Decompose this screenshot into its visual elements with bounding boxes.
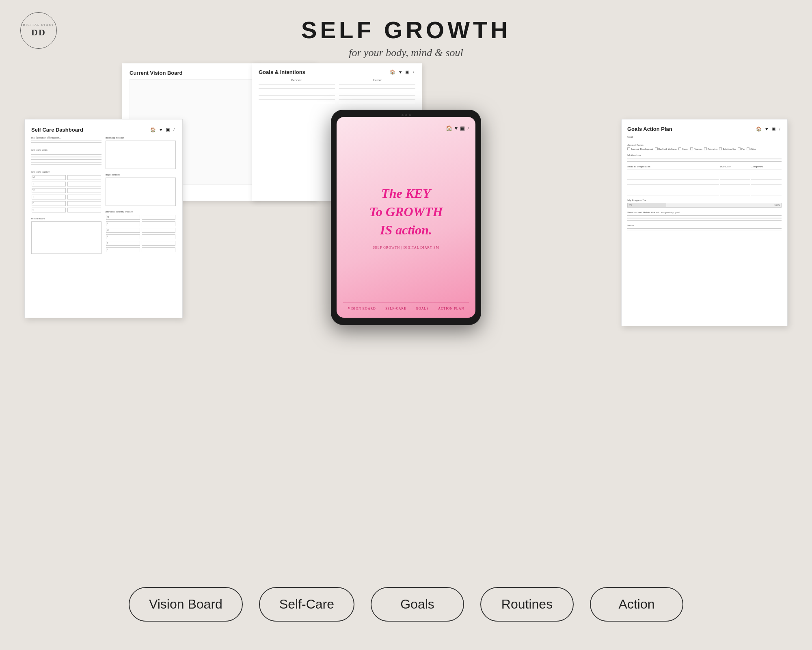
gap-progress-start: 0%	[629, 204, 632, 206]
gap-road-header: Road to Progression Due Date Completed	[627, 165, 782, 169]
sc-steps-label: self-care steps	[31, 148, 102, 152]
gap-road-row-3	[627, 181, 782, 185]
tablet-dot-3	[409, 114, 411, 116]
gap-motivations-label: Motivations	[627, 154, 782, 157]
sc-affirmation: my favourite affirmation...	[31, 136, 102, 144]
gap-road-row-2	[627, 176, 782, 180]
tablet-nav[interactable]: VISION BOARD SELF-CARE GOALS ACTION PLAN	[343, 302, 469, 310]
gi-career-title: Career	[339, 78, 415, 82]
gap-road-row-4	[627, 186, 782, 190]
gap-area-label: Area of Focus	[627, 143, 782, 147]
gap-progress-section: My Progress Bar 0% 100%	[627, 199, 782, 208]
sc-night-label: night routine	[106, 173, 176, 176]
tablet-nav-selfcare[interactable]: SELF-CARE	[385, 307, 406, 310]
sc-left-col: my favourite affirmation... self-care st…	[31, 136, 102, 258]
gap-cb-education: Education	[704, 147, 717, 150]
gap-cb-finances: Finances	[690, 147, 702, 150]
doc-icon: ▣	[460, 125, 465, 132]
pill-routines[interactable]: Routines	[480, 587, 574, 622]
card-self-care: Self Care Dashboard 🏠 ♥ ▣ / my favourite…	[24, 119, 183, 318]
sc-steps: self-care steps	[31, 148, 102, 166]
pill-self-care[interactable]: Self-Care	[259, 587, 354, 622]
tablet-nav-goals[interactable]: GOALS	[416, 307, 429, 310]
gap-progress-bar: 0% 100%	[627, 203, 782, 208]
card-self-care-icons: 🏠 ♥ ▣ /	[150, 127, 176, 132]
home-icon: 🏠	[446, 125, 452, 132]
pill-vision-board[interactable]: Vision Board	[129, 587, 243, 622]
gap-routines-label: Routines and Habits that will support my…	[627, 211, 782, 214]
gap-cb-relationships: Relationships	[719, 147, 736, 150]
gap-notes-section: Notes	[627, 224, 782, 230]
tablet-device: 🏠 ♥ ▣ / The KEY To GROWTH IS action. SEL…	[331, 110, 481, 325]
gap-goal-label: Goal	[627, 135, 782, 139]
card-goals-intentions-icons: 🏠 ♥ ▣ /	[390, 69, 415, 75]
sc-mood-board: mood board	[31, 217, 102, 254]
card-goals-action: Goals Action Plan 🏠 ♥ ▣ / Goal Area of F…	[621, 119, 788, 326]
gap-cb-other: Other	[747, 147, 756, 150]
pills-row: Vision Board Self-Care Goals Routines Ac…	[0, 587, 812, 622]
gi-personal-title: Personal	[259, 78, 335, 82]
sc-physical: physical activity tracker M T W T F S	[106, 210, 176, 253]
sc-morning-label: morning routine	[106, 136, 176, 139]
tablet-quote: The KEY To GROWTH IS action. SELF GROWTH…	[369, 132, 443, 302]
page-header: SELF GROWTH for your body, mind & soul	[0, 16, 812, 59]
gap-notes-label: Notes	[627, 224, 782, 227]
sc-right-col: morning routine night routine physical a…	[106, 136, 176, 258]
gap-routines-section: Routines and Habits that will support my…	[627, 211, 782, 221]
tablet-screen-icons: 🏠 ♥ ▣ /	[343, 125, 469, 132]
gap-checkboxes: Personal Development Health & Wellness C…	[627, 147, 782, 150]
sc-tracker: self-care tracker M T W T F S	[31, 170, 102, 213]
gap-cb-personal: Personal Development	[627, 147, 653, 150]
sc-morning: morning routine	[106, 136, 176, 169]
page-subtitle: for your body, mind & soul	[0, 47, 812, 59]
tablet-dot-2	[405, 114, 407, 116]
sc-night: night routine	[106, 173, 176, 206]
gap-cb-career: Career	[678, 147, 689, 150]
gap-progress-end: 100%	[774, 204, 780, 206]
card-goals-intentions-title: Goals & Intentions	[259, 69, 305, 75]
gap-road-title: Road to Progression	[627, 165, 720, 168]
tablet-dot-1	[402, 114, 404, 116]
slash-icon: /	[467, 125, 469, 132]
gap-road-row-1	[627, 170, 782, 174]
sc-mood-label: mood board	[31, 217, 102, 220]
gap-completed: Completed	[751, 165, 782, 168]
card-goals-action-icons: 🏠 ♥ ▣ /	[756, 126, 782, 132]
card-vision-board-title: Current Vision Board	[130, 70, 183, 76]
self-care-grid: my favourite affirmation... self-care st…	[31, 136, 176, 258]
gi-career-col: Career	[339, 78, 415, 105]
gap-progress-fill	[628, 203, 666, 207]
gap-road-row-5	[627, 191, 782, 195]
gap-cb-health: Health & Wellness	[655, 147, 677, 150]
gap-area-section: Area of Focus Personal Development Healt…	[627, 143, 782, 150]
gap-cb-fun: Fun	[738, 147, 745, 150]
tablet-camera	[396, 114, 416, 116]
goals-intentions-columns: Personal Career	[259, 78, 415, 105]
pill-goals[interactable]: Goals	[371, 587, 464, 622]
pill-action[interactable]: Action	[590, 587, 683, 622]
sc-tracker-label: self-care tracker	[31, 170, 102, 173]
page-title: SELF GROWTH	[0, 16, 812, 43]
sc-affirmation-label: my favourite affirmation...	[31, 136, 102, 139]
gap-due-date: Due Date	[720, 165, 751, 168]
gi-personal-col: Personal	[259, 78, 335, 105]
tablet-brand: SELF GROWTH | DIGITAL DIARY SM	[373, 246, 439, 249]
gap-progress-label: My Progress Bar	[627, 199, 782, 202]
gap-road-section: Road to Progression Due Date Completed	[627, 165, 782, 195]
heart-icon: ♥	[455, 125, 458, 132]
tablet-screen: 🏠 ♥ ▣ / The KEY To GROWTH IS action. SEL…	[337, 117, 475, 318]
card-self-care-title: Self Care Dashboard	[31, 127, 83, 133]
sc-physical-label: physical activity tracker	[106, 210, 176, 213]
card-goals-action-title: Goals Action Plan	[627, 126, 672, 132]
tablet-nav-action[interactable]: ACTION PLAN	[438, 307, 464, 310]
gap-goal-section: Goal	[627, 135, 782, 140]
tablet-quote-text: The KEY To GROWTH IS action.	[369, 184, 443, 239]
tablet-nav-vision[interactable]: VISION BOARD	[348, 307, 376, 310]
tablet-wrapper: 🏠 ♥ ▣ / The KEY To GROWTH IS action. SEL…	[331, 110, 481, 325]
gap-motivations-section: Motivations	[627, 154, 782, 162]
